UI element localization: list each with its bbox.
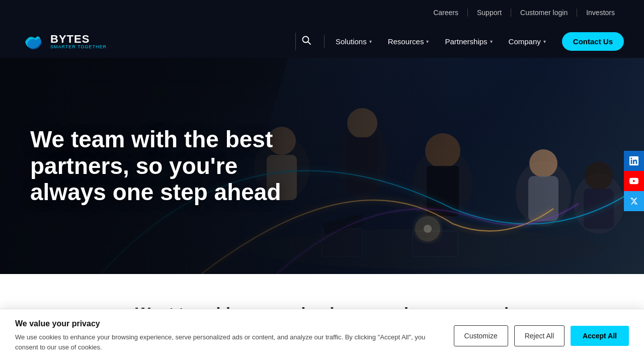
customize-button[interactable]: Customize <box>454 325 508 346</box>
solutions-nav[interactable]: Solutions ▾ <box>328 37 380 46</box>
solutions-chevron-icon: ▾ <box>369 39 372 44</box>
cookie-banner: We value your privacy We use cookies to … <box>0 309 644 356</box>
nav-divider <box>324 35 325 48</box>
twitter-button[interactable] <box>624 191 644 211</box>
resources-chevron-icon: ▾ <box>426 39 429 44</box>
company-chevron-icon: ▾ <box>543 39 546 44</box>
hero-section: We team with the best partners, so you'r… <box>0 58 644 274</box>
bytes-logo-icon <box>20 29 45 54</box>
svg-line-2 <box>308 42 310 44</box>
hero-content: We team with the best partners, so you'r… <box>0 126 327 206</box>
partnerships-chevron-icon: ▾ <box>490 39 493 44</box>
logo-brand: BYTES <box>50 34 107 45</box>
top-bar: Careers Support Customer login Investors <box>0 0 644 25</box>
reject-all-button[interactable]: Reject All <box>514 325 565 346</box>
contact-us-button[interactable]: Contact Us <box>562 32 624 51</box>
investors-link[interactable]: Investors <box>577 9 624 17</box>
cookie-text-area: We value your privacy We use cookies to … <box>15 319 444 352</box>
cookie-title: We value your privacy <box>15 319 444 328</box>
partnerships-nav[interactable]: Partnerships ▾ <box>437 37 500 46</box>
logo[interactable]: BYTES Smarter together <box>20 29 107 54</box>
cookie-description: We use cookies to enhance your browsing … <box>15 332 444 352</box>
logo-divider <box>295 33 296 50</box>
logo-tagline: Smarter together <box>50 45 107 49</box>
customer-login-link[interactable]: Customer login <box>511 9 577 17</box>
cookie-buttons: Customize Reject All Accept All <box>454 325 629 346</box>
twitter-icon <box>630 197 638 205</box>
hero-title: We team with the best partners, so you'r… <box>30 126 297 206</box>
accept-all-button[interactable]: Accept All <box>571 326 629 346</box>
nav-links: Solutions ▾ Resources ▾ Partnerships ▾ C… <box>328 37 554 46</box>
main-nav: BYTES Smarter together Solutions ▾ Resou… <box>0 25 644 58</box>
social-sidebar <box>624 151 644 211</box>
company-nav[interactable]: Company ▾ <box>501 37 554 46</box>
linkedin-icon <box>629 156 638 165</box>
careers-link[interactable]: Careers <box>424 9 468 17</box>
search-icon <box>302 36 311 45</box>
support-link[interactable]: Support <box>468 9 511 17</box>
youtube-icon <box>629 176 638 186</box>
linkedin-button[interactable] <box>624 151 644 171</box>
resources-nav[interactable]: Resources ▾ <box>380 37 437 46</box>
search-button[interactable] <box>302 36 311 47</box>
youtube-button[interactable] <box>624 171 644 191</box>
